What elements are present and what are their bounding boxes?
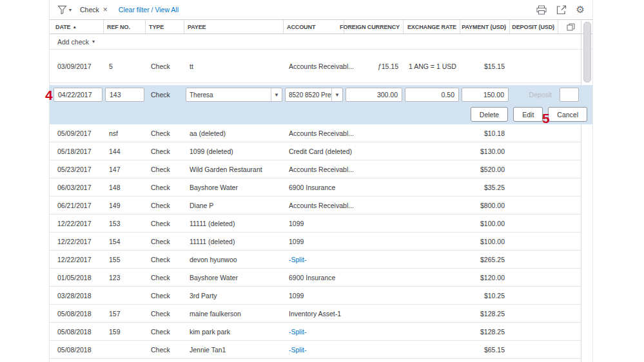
add-check-label: Add check [57, 38, 89, 46]
column-header-payment[interactable]: PAYMENT (USD) [460, 20, 510, 33]
table-row[interactable]: 06/03/2017148CheckBayshore Water6900 Ins… [50, 178, 581, 196]
table-row[interactable]: 05/08/2018159Checkkim park park-Split-$1… [50, 323, 581, 341]
type-label: Check [147, 91, 170, 99]
cell-payment: $520.00 [460, 166, 510, 173]
cell-type: Check [146, 346, 184, 354]
account-dropdown[interactable]: 8520 8520 Pretty ▼ [285, 88, 343, 102]
cell-payment: $10.25 [460, 292, 510, 300]
cell-account: Accounts Receivabl... [284, 129, 344, 137]
table-row[interactable]: 05/08/2018CheckJennie Tan1-Split-$65.15 [50, 341, 581, 359]
table-row[interactable]: 12/22/2017155Checkdevon hyunwoo-Split-$2… [50, 251, 581, 269]
column-header-ref-no[interactable]: REF NO. [104, 20, 146, 33]
column-header-account[interactable]: ACCOUNT [284, 20, 344, 33]
cell-account: 6900 Insurance [284, 274, 344, 281]
cell-date: 05/08/2018 [52, 310, 104, 318]
payment-input[interactable]: 150.00 [462, 88, 509, 102]
ref-no-input[interactable]: 143 [105, 88, 144, 102]
cell-payment: $120.00 [460, 274, 510, 281]
cell-payment: $130.00 [460, 148, 510, 155]
cell-date: 05/09/2017 [52, 129, 104, 137]
cell-payee: kim park park [184, 328, 284, 336]
add-check-row: Add check ▾ [50, 34, 592, 50]
toolbar-right: ⚙ [536, 5, 585, 15]
column-header-deposit[interactable]: DEPOSIT (USD) [510, 20, 558, 33]
register-panel: ▾ Check × Clear filter / View All [49, 0, 593, 362]
attachment-input[interactable] [560, 88, 579, 102]
cell-account: Credit Card (deleted) [284, 148, 344, 155]
edit-cell-date: 04/22/2017 [52, 88, 104, 102]
cell-date: 03/09/2017 [52, 62, 104, 70]
column-header-date[interactable]: DATE ▲ [52, 20, 104, 33]
remove-filter-icon[interactable]: × [103, 6, 108, 13]
column-header-type[interactable]: TYPE [146, 20, 184, 33]
export-icon[interactable] [556, 5, 567, 15]
cell-payee: Wild Garden Restaurant [184, 166, 284, 173]
table-row[interactable]: 05/08/2018157Checkmaine faulkersonInvent… [50, 305, 581, 323]
edit-cell-ref-no: 143 [104, 88, 146, 102]
funnel-icon [57, 5, 67, 14]
column-header-foreign-currency[interactable]: FOREIGN CURRENCY [344, 20, 404, 33]
add-check-button[interactable]: Add check ▾ [57, 38, 95, 46]
date-input[interactable]: 04/22/2017 [54, 88, 102, 102]
scrollbar-thumb[interactable] [583, 22, 591, 82]
cell-type: Check [146, 274, 184, 281]
table-row[interactable]: 03/28/2018Check3rd Party1099$10.25 [50, 287, 581, 305]
scrollbar[interactable] [581, 19, 592, 362]
table-row[interactable]: 05/09/2017nsfCheckaa (deleted)Accounts R… [50, 124, 581, 142]
edit-button[interactable]: Edit [513, 107, 543, 122]
cell-payee: Jennie Tan1 [184, 346, 284, 354]
table-row[interactable]: 03/09/20175CheckttAccounts Receivabl...ƒ… [50, 50, 581, 83]
filter-chip-check[interactable]: Check × [80, 6, 108, 14]
chevron-down-icon[interactable]: ▼ [331, 88, 342, 101]
cell-date: 12/22/2017 [52, 238, 104, 245]
payee-dropdown[interactable]: Theresa ▼ [186, 88, 282, 102]
cell-ref-no: 147 [104, 166, 146, 173]
cell-date: 05/08/2018 [52, 328, 104, 336]
clear-filter-link[interactable]: Clear filter / View All [119, 6, 179, 14]
cell-payment: $35.25 [460, 184, 510, 191]
column-header-exchange-rate[interactable]: EXCHANGE RATE [404, 20, 460, 33]
table-header: DATE ▲ REF NO. TYPE PAYEE ACCOUNT FOREIG… [50, 19, 592, 34]
cancel-button[interactable]: Cancel [548, 107, 587, 122]
edit-cell-attachment [558, 88, 583, 102]
cell-payment: $15.15 [460, 62, 510, 70]
chevron-down-icon[interactable]: ▼ [271, 88, 282, 101]
cell-type: Check [146, 148, 184, 155]
exchange-rate-input[interactable]: 0.50 [405, 88, 459, 102]
rows-before-edit: 03/09/20175CheckttAccounts Receivabl...ƒ… [50, 50, 592, 83]
cell-type: Check [146, 292, 184, 300]
edit-cell-type: Check [146, 91, 184, 99]
columns-icon [567, 23, 575, 31]
cell-payment: $10.18 [460, 129, 510, 137]
cell-payee: maine faulkerson [184, 310, 284, 318]
table-row[interactable]: 06/21/2017149CheckDiane PAccounts Receiv… [50, 196, 581, 214]
table-row[interactable]: 05/23/2017147CheckWild Garden Restaurant… [50, 160, 581, 178]
column-header-payee[interactable]: PAYEE [184, 20, 284, 33]
cell-type: Check [146, 310, 184, 318]
cell-payee: Diane P [184, 202, 284, 209]
settings-gear-icon[interactable]: ⚙ [576, 5, 585, 15]
table-row[interactable]: 12/22/2017154Check11111 (deleted)1099$10… [50, 233, 581, 251]
cell-type: Check [146, 202, 184, 209]
cell-payee: Bayshore Water [184, 274, 284, 281]
print-icon[interactable] [536, 5, 547, 15]
filter-button[interactable]: ▾ [57, 5, 72, 14]
cell-foreign-currency: ƒ15.15 [344, 62, 404, 70]
sort-asc-icon: ▲ [72, 24, 76, 29]
column-settings-button[interactable] [558, 20, 583, 33]
table-row[interactable]: 05/18/2017144Check1099 (deleted)Credit C… [50, 142, 581, 160]
table-row[interactable]: 01/05/2018123CheckBayshore Water6900 Ins… [50, 269, 581, 287]
cell-type: Check [146, 328, 184, 336]
delete-button[interactable]: Delete [471, 107, 508, 122]
cell-payment: $100.00 [460, 238, 510, 245]
cell-ref-no: 149 [104, 202, 146, 209]
cell-type: Check [146, 62, 184, 70]
page: 4 5 ▾ Check × Clear filter / View All [0, 0, 644, 362]
cell-account: -Split- [284, 346, 344, 354]
cell-type: Check [146, 184, 184, 191]
table-row[interactable]: 12/22/2017153Check11111 (deleted)1099$10… [50, 214, 581, 233]
cell-payment: $100.00 [460, 220, 510, 227]
cell-date: 06/03/2017 [52, 184, 104, 191]
foreign-currency-input[interactable]: 300.00 [346, 88, 402, 102]
edit-cell-account: 8520 8520 Pretty ▼ [284, 88, 344, 102]
